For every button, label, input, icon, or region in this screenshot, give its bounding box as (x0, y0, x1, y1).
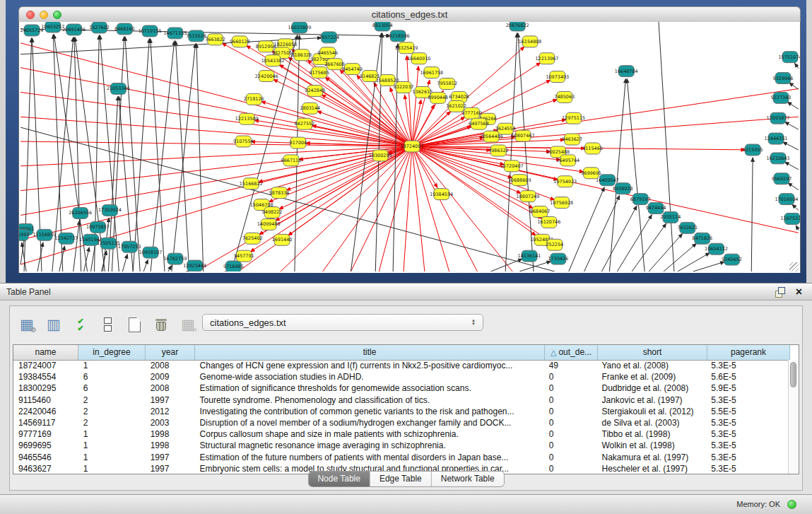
cell-name[interactable]: 9777169 (13, 429, 78, 439)
graph-node[interactable]: 18325419 (395, 42, 418, 54)
graph-node[interactable]: 8471626 (692, 233, 712, 244)
graph-edge[interactable] (281, 146, 412, 271)
graph-edge[interactable] (783, 142, 799, 150)
graph-node[interactable]: 7632621 (677, 222, 698, 233)
graph-node[interactable]: 12093877 (767, 112, 790, 124)
cell-out_degree[interactable]: 0 (544, 440, 597, 450)
graph-edge[interactable] (196, 44, 204, 271)
graph-node[interactable]: 8938928 (613, 183, 633, 194)
graph-node[interactable]: 8667110 (281, 155, 302, 166)
graph-node[interactable]: 14099489 (257, 218, 281, 230)
cell-in_degree[interactable]: 1 (78, 361, 146, 370)
graph-edge[interactable] (176, 41, 189, 271)
cell-name[interactable]: 18724007 (13, 361, 78, 370)
graph-node[interactable]: 9245652 (722, 254, 742, 265)
cell-name[interactable]: 9699695 (13, 440, 78, 450)
graph-node[interactable]: 10807467 (512, 130, 535, 141)
graph-edge[interactable] (792, 204, 799, 210)
cell-out_degree[interactable]: 0 (544, 429, 597, 439)
graph-node[interactable]: 9242848 (305, 85, 325, 96)
graph-edge[interactable] (73, 221, 80, 271)
graph-node[interactable]: 16648784 (615, 66, 638, 77)
table-row[interactable]: 911546021997Tourette syndrome. Phenomeno… (13, 395, 789, 406)
cell-title[interactable]: Changes of HCN gene expression and I(f) … (195, 361, 544, 370)
close-panel-icon[interactable]: × (796, 285, 802, 299)
graph-edge[interactable] (751, 158, 753, 271)
tab-network-table[interactable]: Network Table (431, 472, 504, 486)
graph-node[interactable]: 917004 (290, 137, 307, 148)
graph-edge[interactable] (279, 146, 412, 209)
cell-title[interactable]: Disruption of a novel member of a sodium… (195, 418, 544, 428)
graph-edge[interactable] (351, 146, 412, 271)
cell-out_degree[interactable]: 0 (544, 407, 597, 416)
graph-node[interactable]: 6497568 (469, 118, 489, 129)
graph-edge[interactable] (404, 146, 412, 271)
graph-node[interactable]: 6879197 (630, 194, 651, 205)
graph-node[interactable]: 7625402 (242, 233, 263, 244)
table-row[interactable]: 1456911722003Disruption of a novel membe… (13, 417, 789, 428)
graph-node[interactable]: 11675338 (781, 213, 800, 224)
graph-edge[interactable] (407, 56, 412, 146)
graph-edge[interactable] (664, 243, 696, 271)
cell-short[interactable]: Stergiakouli et al. (2012) (597, 407, 707, 416)
cell-pagerank[interactable]: 5.3E-5 (706, 361, 789, 370)
table-selector-dropdown[interactable]: citations_edges.txt ▲▼ (202, 314, 483, 331)
cell-out_degree[interactable]: 0 (544, 452, 597, 462)
graph-node[interactable]: 7955812 (437, 78, 457, 90)
manage-columns-icon[interactable]: ▦⚙ (17, 315, 37, 334)
cell-title[interactable]: Estimation of the future numbers of pati… (195, 452, 544, 462)
graph-edge[interactable] (323, 146, 412, 271)
cell-short[interactable]: Hescheler et al. (1997) (597, 464, 707, 474)
graph-node[interactable]: 10719155 (139, 25, 162, 37)
graph-edge[interactable] (286, 146, 412, 190)
window-titlebar[interactable]: citations_edges.txt (18, 6, 801, 22)
graph-node[interactable]: 12213967 (535, 53, 558, 64)
cell-year[interactable]: 1998 (146, 429, 195, 439)
graph-node[interactable]: 20876822 (506, 22, 529, 31)
cell-pagerank[interactable]: 5.3E-5 (706, 418, 789, 428)
graph-node[interactable]: 16961758 (420, 67, 443, 78)
graph-node[interactable]: 19754923 (553, 176, 577, 187)
graph-node[interactable]: 16120746 (537, 216, 560, 228)
graph-node[interactable]: 9474444 (646, 203, 666, 214)
graph-edge[interactable] (412, 146, 449, 271)
cell-in_degree[interactable]: 2 (78, 418, 146, 428)
cell-name[interactable]: 18300295 (13, 383, 78, 393)
graph-node[interactable]: 7485063 (554, 91, 575, 103)
graph-edge[interactable] (112, 37, 124, 271)
cell-in_degree[interactable]: 6 (78, 372, 146, 382)
graph-node[interactable]: 9569297 (772, 173, 792, 185)
graph-edge[interactable] (627, 78, 645, 271)
graph-node[interactable]: 14136141 (518, 250, 541, 262)
graph-node[interactable]: 16640910 (407, 53, 430, 64)
graph-node[interactable]: 9329966 (773, 73, 794, 84)
table-row[interactable]: 2242004622012Investigating the contribut… (13, 406, 789, 417)
cell-year[interactable]: 1997 (146, 395, 195, 405)
graph-edge[interactable] (412, 146, 799, 233)
cell-short[interactable]: Yano et al. (2008) (597, 361, 707, 370)
graph-node[interactable]: 19384554 (430, 189, 453, 200)
new-document-icon[interactable] (124, 315, 144, 334)
cell-pagerank[interactable]: 5.3E-5 (706, 440, 789, 450)
memory-ok-indicator[interactable] (787, 500, 796, 509)
graph-edge[interactable] (693, 262, 724, 271)
graph-node[interactable]: 9498222 (262, 207, 283, 218)
graph-node[interactable]: 16033809 (288, 22, 311, 33)
graph-edge[interactable] (412, 146, 425, 271)
graph-node[interactable]: 8322037 (394, 82, 414, 93)
graph-node[interactable]: 18807249 (517, 191, 540, 202)
graph-node[interactable]: 8466160 (114, 23, 135, 35)
cell-in_degree[interactable]: 1 (78, 429, 146, 439)
column-header-in_degree[interactable]: in_degree (78, 345, 146, 360)
graph-edge[interactable] (273, 79, 412, 146)
cell-year[interactable]: 2003 (146, 418, 195, 428)
cell-title[interactable]: Investigating the contribution of common… (195, 407, 544, 416)
graph-node[interactable]: 7986322 (488, 145, 509, 156)
column-header-pagerank[interactable]: pagerank (707, 345, 790, 360)
cell-short[interactable]: Franke et al. (2009) (597, 372, 707, 382)
cell-pagerank[interactable]: 5.3E-5 (706, 429, 789, 439)
row-options-icon[interactable] (98, 315, 117, 334)
cell-name[interactable]: 14569117 (13, 418, 78, 428)
graph-node[interactable]: 9465546 (317, 47, 338, 59)
cell-pagerank[interactable]: 5.3E-5 (706, 452, 789, 462)
